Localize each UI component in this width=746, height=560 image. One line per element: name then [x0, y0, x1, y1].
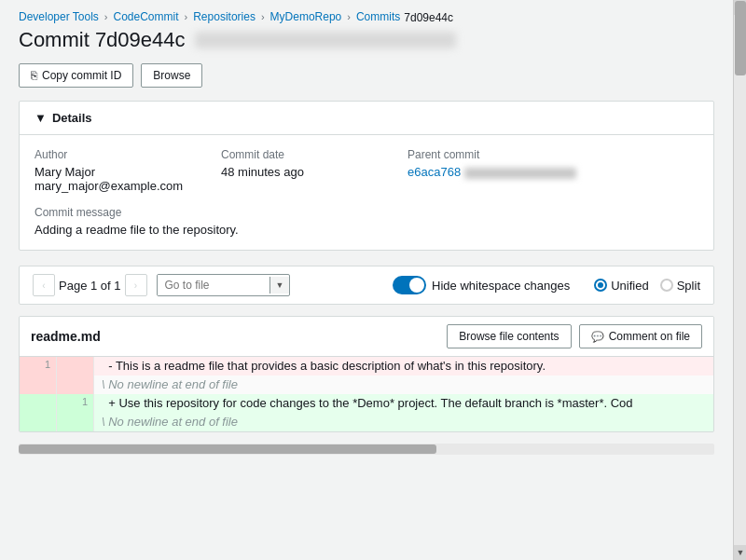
author-name: Mary Major — [35, 165, 221, 179]
whitespace-toggle: Hide whitespace changes — [393, 276, 570, 294]
breadcrumb-sep-4: › — [347, 11, 351, 22]
author-label: Author — [35, 148, 221, 161]
message-label: Commit message — [35, 206, 698, 219]
whitespace-switch[interactable] — [393, 276, 426, 294]
details-body: Author Mary Major mary_major@example.com… — [20, 135, 713, 250]
parent-commit-link[interactable]: e6aca768 — [408, 165, 461, 179]
diff-line-num-left-note1 — [20, 376, 57, 394]
vertical-scrollbar[interactable]: ▲ ▼ — [733, 0, 746, 560]
date-col: Commit date 48 minutes ago — [221, 148, 408, 193]
goto-file-dropdown-arrow[interactable]: ▼ — [269, 277, 290, 294]
details-header[interactable]: ▼ Details — [20, 102, 713, 135]
diff-line-num-left-note2 — [20, 413, 57, 431]
browse-button[interactable]: Browse — [141, 63, 202, 88]
diff-line-content-1: - This is a readme file that provides a … — [94, 357, 713, 376]
details-card: ▼ Details Author Mary Major mary_major@e… — [19, 101, 714, 251]
chevron-left-icon: ‹ — [42, 280, 45, 291]
diff-actions: Browse file contents 💬 Comment on file — [447, 324, 702, 348]
pagination-nav: ‹ Page 1 of 1 › — [33, 274, 147, 296]
goto-file-input[interactable] — [158, 275, 269, 295]
commit-message-section: Commit message Adding a readme file to t… — [35, 206, 698, 237]
chevron-right-icon: › — [134, 280, 137, 291]
diff-header: readme.md Browse file contents 💬 Comment… — [20, 317, 713, 357]
diff-lines: 1 - This is a readme file that provides … — [20, 357, 713, 431]
page-header: Commit 7d09e44c ⎘ Copy commit ID Browse — [0, 28, 733, 101]
page-info: Page 1 of 1 — [59, 279, 121, 293]
view-mode-radio-group: Unified Split — [594, 279, 700, 293]
breadcrumb-developer-tools[interactable]: Developer Tools — [19, 10, 99, 23]
diff-line-num-right-note2 — [57, 413, 94, 431]
author-col: Author Mary Major mary_major@example.com — [35, 148, 221, 193]
page-title: Commit 7d09e44c — [19, 28, 714, 52]
date-value: 48 minutes ago — [221, 165, 408, 179]
breadcrumb-commits[interactable]: Commits — [356, 10, 400, 23]
breadcrumb-repositories[interactable]: Repositories — [193, 10, 256, 23]
horizontal-scrollbar[interactable] — [19, 444, 714, 455]
diff-line-removed-1: 1 - This is a readme file that provides … — [20, 357, 713, 376]
diff-line-content-note2: \ No newline at end of file — [94, 413, 713, 431]
breadcrumb-current: 7d09e44c — [404, 11, 453, 24]
breadcrumb-sep-2: › — [185, 11, 188, 22]
scroll-down-arrow[interactable]: ▼ — [734, 545, 746, 560]
parent-label: Parent commit — [408, 148, 698, 161]
diff-line-num-right-1 — [57, 357, 94, 376]
copy-icon: ⎘ — [31, 69, 37, 82]
prev-page-button[interactable]: ‹ — [33, 274, 55, 296]
split-radio-circle — [660, 279, 673, 292]
split-radio[interactable]: Split — [660, 279, 700, 293]
collapse-icon: ▼ — [35, 111, 47, 125]
whitespace-label: Hide whitespace changes — [432, 279, 570, 293]
goto-file-control[interactable]: ▼ — [157, 274, 291, 296]
diff-line-num-right-note1 — [57, 376, 94, 394]
date-label: Commit date — [221, 148, 408, 161]
comment-on-file-button[interactable]: 💬 Comment on file — [579, 324, 702, 348]
h-scrollbar-thumb — [19, 444, 436, 454]
unified-radio[interactable]: Unified — [594, 279, 648, 293]
diff-section: readme.md Browse file contents 💬 Comment… — [19, 316, 714, 432]
breadcrumb-sep-3: › — [261, 11, 265, 22]
browse-file-contents-button[interactable]: Browse file contents — [447, 324, 571, 348]
unified-radio-circle — [594, 279, 607, 292]
split-label: Split — [677, 279, 700, 293]
diff-line-note-added: \ No newline at end of file — [20, 413, 713, 431]
unified-label: Unified — [611, 279, 648, 293]
pagination-bar: ‹ Page 1 of 1 › ▼ Hide whitespace change… — [19, 266, 714, 305]
parent-col: Parent commit e6aca768 — [408, 148, 698, 193]
diff-line-num-right-2: 1 — [57, 394, 94, 413]
breadcrumb-mydemorepo[interactable]: MyDemoRepo — [270, 10, 342, 23]
author-email: mary_major@example.com — [35, 179, 221, 193]
diff-line-note-removed: \ No newline at end of file — [20, 376, 713, 394]
diff-filename: readme.md — [31, 329, 101, 344]
message-value: Adding a readme file to the repository. — [35, 223, 698, 237]
parent-commit: e6aca768 — [408, 165, 698, 179]
breadcrumb: Developer Tools › CodeCommit › Repositor… — [0, 0, 733, 28]
breadcrumb-sep-1: › — [104, 11, 108, 22]
next-page-button[interactable]: › — [125, 274, 147, 296]
diff-line-added-1: 1 + Use this repository for code changes… — [20, 394, 713, 413]
diff-line-content-note1: \ No newline at end of file — [94, 376, 713, 394]
comment-icon: 💬 — [591, 331, 604, 343]
diff-line-num-left-2 — [20, 394, 57, 413]
breadcrumb-codecommit[interactable]: CodeCommit — [114, 10, 179, 23]
parent-commit-blur — [464, 168, 576, 179]
scrollbar-thumb[interactable] — [735, 1, 746, 75]
copy-commit-id-button[interactable]: ⎘ Copy commit ID — [19, 63, 133, 88]
action-buttons: ⎘ Copy commit ID Browse — [19, 63, 714, 88]
diff-line-num-left-1: 1 — [20, 357, 57, 376]
diff-line-content-2: + Use this repository for code changes t… — [94, 394, 713, 413]
commit-id-blur — [195, 32, 456, 48]
